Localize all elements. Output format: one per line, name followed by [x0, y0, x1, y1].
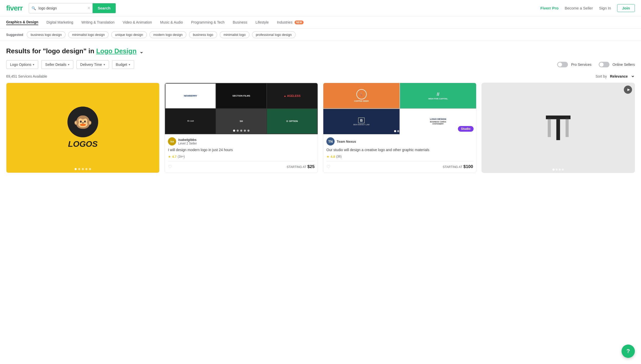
suggested-tag-5[interactable]: minimalist logo	[220, 31, 249, 38]
cat-lifestyle[interactable]: Lifestyle	[256, 20, 269, 25]
cat-music-audio[interactable]: Music & Audio	[160, 20, 183, 25]
cat-writing-translation[interactable]: Writing & Translation	[82, 20, 115, 25]
pro-services-toggle-group: Pro Services	[557, 62, 591, 67]
logo-grid-cell: // HIGH FIVE CAPITAL	[400, 83, 476, 108]
card-dots-2	[233, 130, 249, 132]
suggested-tag-3[interactable]: modern logo design	[149, 31, 186, 38]
seller-details-filter[interactable]: Seller Details ▾	[41, 60, 73, 69]
play-button-4[interactable]: ▶	[624, 86, 632, 94]
card-thumbnail-4: ▶	[482, 83, 635, 173]
suggested-tag-2[interactable]: unique logo design	[111, 31, 147, 38]
main-content: Results for "logo design" in Logo Design…	[0, 41, 641, 173]
filters-row: Logo Options ▾ Seller Details ▾ Delivery…	[6, 60, 635, 69]
service-card-2[interactable]: NEWBERRY SECTION FILMS ▲ AGELESS ⚙ CAR S…	[165, 83, 318, 173]
suggested-tag-6[interactable]: professional logo design	[252, 31, 296, 38]
heart-button-2[interactable]: ♡	[168, 164, 172, 170]
logo-grid-cell: 🦌 COFFEE DEER	[323, 83, 399, 108]
card-body-1: O olivia85 Top Rated Seller I will desig…	[6, 173, 159, 173]
search-icon: 🔍	[29, 6, 38, 10]
cat-video-animation[interactable]: Video & Animation	[123, 20, 152, 25]
card-footer-2: ♡ STARTING AT $25	[168, 161, 315, 170]
rating-row-2: ★ 4.7 (1k+)	[168, 155, 315, 159]
seller-name-3: Team Nexus	[337, 140, 356, 143]
service-card-1[interactable]: 🐵 LOGOS O olivia85 Top Rated Seller	[6, 83, 159, 173]
studio-badge: Studio	[458, 126, 474, 132]
star-icon-3: ★	[326, 155, 329, 159]
card-body-3: TN Team Nexus Our studio will design a c…	[323, 134, 476, 173]
online-sellers-toggle[interactable]	[599, 62, 609, 67]
pro-services-label: Pro Services	[571, 63, 591, 67]
category-link[interactable]: Logo Design	[96, 47, 136, 55]
service-card-4[interactable]: ▶ T tonigdesign Level 2 Seller I will de…	[482, 83, 635, 173]
starting-at-label-3: STARTING AT $100	[443, 164, 473, 169]
seller-info-2: isabelgibbs Level 2 Seller	[178, 138, 197, 145]
card-dots-3	[394, 130, 405, 132]
sign-in-link[interactable]: Sign In	[599, 6, 611, 10]
starting-at-label-2: STARTING AT $25	[287, 164, 315, 169]
suggested-tag-1[interactable]: minimalist logo design	[68, 31, 109, 38]
chevron-down-icon: ▾	[68, 63, 69, 66]
logo-grid-cell: NEWBERRY	[165, 84, 216, 108]
svg-rect-1	[556, 119, 560, 140]
results-title: Results for "logo design" in Logo Design…	[6, 47, 635, 55]
cat-digital-marketing[interactable]: Digital Marketing	[46, 20, 73, 25]
suggested-tag-4[interactable]: business logo	[189, 31, 217, 38]
cards-grid: 🐵 LOGOS O olivia85 Top Rated Seller	[6, 83, 635, 173]
logo-options-filter[interactable]: Logo Options ▾	[6, 60, 38, 69]
services-meta: 69,451 Services Available Sort by Releva…	[6, 74, 635, 79]
online-sellers-toggle-group: Online Sellers	[599, 62, 635, 67]
cat-industries[interactable]: Industries NEW	[277, 20, 304, 25]
card-footer-3: ♡ STARTING AT $100	[326, 161, 473, 170]
fiverr-logo[interactable]: fiverr	[6, 4, 23, 12]
logo-grid-cell: ▲ AGELESS	[267, 84, 317, 108]
seller-info-3: Team Nexus	[337, 140, 356, 143]
cat-programming-tech[interactable]: Programming & Tech	[191, 20, 224, 25]
fiverr-pro-link[interactable]: Fiverr Pro	[540, 6, 559, 10]
rating-val-3: 4.8	[330, 155, 335, 159]
search-input[interactable]	[38, 6, 85, 10]
card-thumbnail-1: 🐵 LOGOS	[6, 83, 159, 173]
logos-text: LOGOS	[68, 139, 98, 149]
monkey-icon: 🐵	[67, 107, 98, 137]
heart-button-3[interactable]: ♡	[326, 164, 330, 170]
cat-business[interactable]: Business	[233, 20, 247, 25]
logo-grid-cell: ⚙ CAR	[165, 109, 216, 134]
sort-group: Sort by Relevance Best Selling Newest	[596, 74, 635, 79]
card-thumbnail-2: NEWBERRY SECTION FILMS ▲ AGELESS ⚙ CAR S…	[165, 83, 318, 134]
cat-graphics-design[interactable]: Graphics & Design	[6, 20, 38, 25]
category-nav: Graphics & Design Digital Marketing Writ…	[0, 16, 641, 29]
rating-count-2: (1k+)	[178, 155, 185, 158]
become-seller-link[interactable]: Become a Seller	[565, 6, 593, 10]
sort-select[interactable]: Relevance Best Selling Newest	[609, 74, 635, 79]
rating-row-3: ★ 4.8 (36)	[326, 155, 473, 159]
delivery-time-filter[interactable]: Delivery Time ▾	[76, 60, 109, 69]
star-icon-2: ★	[168, 155, 171, 159]
seller-level-2: Level 2 Seller	[178, 142, 197, 145]
suggested-label: Suggested	[6, 33, 23, 37]
join-button[interactable]: Join	[617, 4, 635, 12]
chevron-down-icon: ▾	[129, 63, 130, 66]
search-bar: 🔍 ✕ Search	[29, 3, 116, 13]
svg-rect-3	[566, 117, 569, 137]
sort-label: Sort by	[596, 74, 607, 78]
suggested-tag-0[interactable]: business logo design	[27, 31, 65, 38]
search-clear-icon[interactable]: ✕	[85, 6, 93, 11]
card-title-3: Our studio will design a creative logo a…	[326, 148, 473, 153]
service-card-3[interactable]: 🦌 COFFEE DEER // HIGH FIVE CAPITAL B BEN…	[323, 83, 476, 173]
search-button[interactable]: Search	[93, 3, 116, 13]
rating-val-2: 4.7	[172, 155, 177, 159]
header: fiverr 🔍 ✕ Search Fiverr Pro Become a Se…	[0, 0, 641, 16]
chevron-down-icon[interactable]: ⌄	[139, 49, 143, 54]
svg-rect-2	[548, 117, 551, 137]
card-dots-1	[75, 168, 91, 170]
pro-services-toggle[interactable]	[557, 62, 568, 67]
logo-grid-cell: ⊙ OPTION	[267, 109, 317, 134]
services-count: 69,451 Services Available	[6, 74, 47, 78]
card-title-2: I will design modern logo in just 24 hou…	[168, 148, 315, 153]
logo-grid-cell: B BEN HARVEY LAW	[323, 109, 399, 134]
avatar-3: TN	[326, 137, 335, 145]
logo-grid-cell: SECTION FILMS	[216, 84, 266, 108]
seller-row-2: isa isabelgibbs Level 2 Seller	[168, 137, 315, 145]
budget-filter[interactable]: Budget ▾	[112, 60, 134, 69]
online-sellers-label: Online Sellers	[613, 63, 635, 67]
